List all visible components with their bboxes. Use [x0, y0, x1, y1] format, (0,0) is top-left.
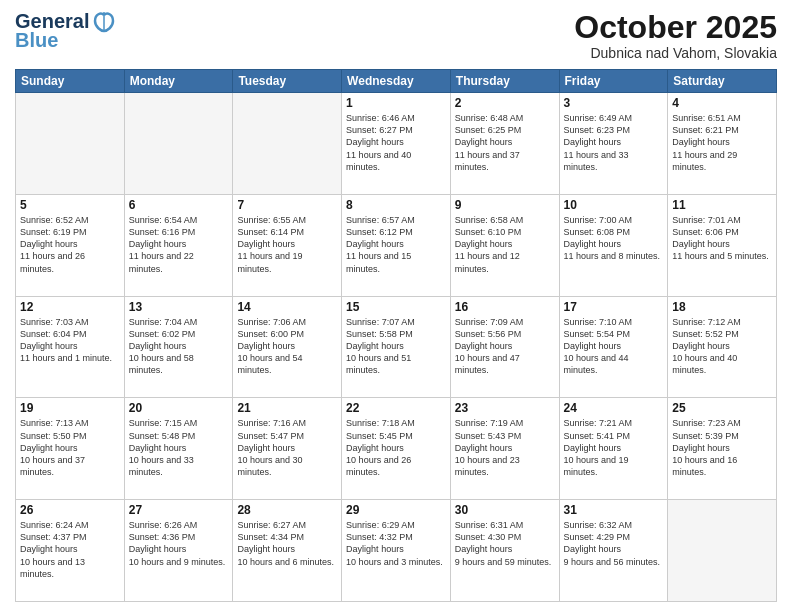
day-number: 9 — [455, 198, 555, 212]
title-block: October 2025 Dubnica nad Vahom, Slovakia — [574, 10, 777, 61]
day-number: 2 — [455, 96, 555, 110]
table-row: 6Sunrise: 6:54 AMSunset: 6:16 PMDaylight… — [124, 194, 233, 296]
calendar-week-0: 1Sunrise: 6:46 AMSunset: 6:27 PMDaylight… — [16, 93, 777, 195]
table-row: 19Sunrise: 7:13 AMSunset: 5:50 PMDayligh… — [16, 398, 125, 500]
day-number: 6 — [129, 198, 229, 212]
table-row: 21Sunrise: 7:16 AMSunset: 5:47 PMDayligh… — [233, 398, 342, 500]
cell-content: Sunrise: 7:00 AMSunset: 6:08 PMDaylight … — [564, 214, 664, 263]
day-number: 31 — [564, 503, 664, 517]
cell-content: Sunrise: 6:24 AMSunset: 4:37 PMDaylight … — [20, 519, 120, 580]
cell-content: Sunrise: 6:31 AMSunset: 4:30 PMDaylight … — [455, 519, 555, 568]
cell-content: Sunrise: 6:26 AMSunset: 4:36 PMDaylight … — [129, 519, 229, 568]
cell-content: Sunrise: 7:23 AMSunset: 5:39 PMDaylight … — [672, 417, 772, 478]
day-number: 12 — [20, 300, 120, 314]
table-row: 4Sunrise: 6:51 AMSunset: 6:21 PMDaylight… — [668, 93, 777, 195]
table-row: 14Sunrise: 7:06 AMSunset: 6:00 PMDayligh… — [233, 296, 342, 398]
day-number: 15 — [346, 300, 446, 314]
cell-content: Sunrise: 6:27 AMSunset: 4:34 PMDaylight … — [237, 519, 337, 568]
day-number: 10 — [564, 198, 664, 212]
cell-content: Sunrise: 6:54 AMSunset: 6:16 PMDaylight … — [129, 214, 229, 275]
cell-content: Sunrise: 7:06 AMSunset: 6:00 PMDaylight … — [237, 316, 337, 377]
cell-content: Sunrise: 7:13 AMSunset: 5:50 PMDaylight … — [20, 417, 120, 478]
calendar: Sunday Monday Tuesday Wednesday Thursday… — [15, 69, 777, 602]
calendar-week-2: 12Sunrise: 7:03 AMSunset: 6:04 PMDayligh… — [16, 296, 777, 398]
cell-content: Sunrise: 6:29 AMSunset: 4:32 PMDaylight … — [346, 519, 446, 568]
cell-content: Sunrise: 6:49 AMSunset: 6:23 PMDaylight … — [564, 112, 664, 173]
day-number: 26 — [20, 503, 120, 517]
cell-content: Sunrise: 7:01 AMSunset: 6:06 PMDaylight … — [672, 214, 772, 263]
day-number: 22 — [346, 401, 446, 415]
day-number: 23 — [455, 401, 555, 415]
table-row: 27Sunrise: 6:26 AMSunset: 4:36 PMDayligh… — [124, 500, 233, 602]
cell-content: Sunrise: 6:58 AMSunset: 6:10 PMDaylight … — [455, 214, 555, 275]
cell-content: Sunrise: 7:15 AMSunset: 5:48 PMDaylight … — [129, 417, 229, 478]
cell-content: Sunrise: 6:48 AMSunset: 6:25 PMDaylight … — [455, 112, 555, 173]
header-thursday: Thursday — [450, 70, 559, 93]
table-row: 2Sunrise: 6:48 AMSunset: 6:25 PMDaylight… — [450, 93, 559, 195]
table-row: 25Sunrise: 7:23 AMSunset: 5:39 PMDayligh… — [668, 398, 777, 500]
header: General Blue October 2025 Dubnica nad Va… — [15, 10, 777, 61]
table-row: 23Sunrise: 7:19 AMSunset: 5:43 PMDayligh… — [450, 398, 559, 500]
day-number: 24 — [564, 401, 664, 415]
day-number: 25 — [672, 401, 772, 415]
table-row: 18Sunrise: 7:12 AMSunset: 5:52 PMDayligh… — [668, 296, 777, 398]
cell-content: Sunrise: 6:55 AMSunset: 6:14 PMDaylight … — [237, 214, 337, 275]
table-row: 22Sunrise: 7:18 AMSunset: 5:45 PMDayligh… — [342, 398, 451, 500]
location: Dubnica nad Vahom, Slovakia — [574, 45, 777, 61]
table-row: 9Sunrise: 6:58 AMSunset: 6:10 PMDaylight… — [450, 194, 559, 296]
day-number: 11 — [672, 198, 772, 212]
table-row: 5Sunrise: 6:52 AMSunset: 6:19 PMDaylight… — [16, 194, 125, 296]
header-monday: Monday — [124, 70, 233, 93]
day-number: 19 — [20, 401, 120, 415]
table-row: 28Sunrise: 6:27 AMSunset: 4:34 PMDayligh… — [233, 500, 342, 602]
table-row — [233, 93, 342, 195]
table-row: 30Sunrise: 6:31 AMSunset: 4:30 PMDayligh… — [450, 500, 559, 602]
cell-content: Sunrise: 7:04 AMSunset: 6:02 PMDaylight … — [129, 316, 229, 377]
header-tuesday: Tuesday — [233, 70, 342, 93]
day-number: 13 — [129, 300, 229, 314]
table-row: 24Sunrise: 7:21 AMSunset: 5:41 PMDayligh… — [559, 398, 668, 500]
cell-content: Sunrise: 7:07 AMSunset: 5:58 PMDaylight … — [346, 316, 446, 377]
table-row: 15Sunrise: 7:07 AMSunset: 5:58 PMDayligh… — [342, 296, 451, 398]
logo: General Blue — [15, 10, 115, 52]
cell-content: Sunrise: 7:10 AMSunset: 5:54 PMDaylight … — [564, 316, 664, 377]
day-number: 30 — [455, 503, 555, 517]
table-row: 7Sunrise: 6:55 AMSunset: 6:14 PMDaylight… — [233, 194, 342, 296]
header-sunday: Sunday — [16, 70, 125, 93]
calendar-week-1: 5Sunrise: 6:52 AMSunset: 6:19 PMDaylight… — [16, 194, 777, 296]
table-row — [124, 93, 233, 195]
table-row: 13Sunrise: 7:04 AMSunset: 6:02 PMDayligh… — [124, 296, 233, 398]
cell-content: Sunrise: 7:09 AMSunset: 5:56 PMDaylight … — [455, 316, 555, 377]
page: General Blue October 2025 Dubnica nad Va… — [0, 0, 792, 612]
calendar-week-3: 19Sunrise: 7:13 AMSunset: 5:50 PMDayligh… — [16, 398, 777, 500]
table-row: 20Sunrise: 7:15 AMSunset: 5:48 PMDayligh… — [124, 398, 233, 500]
cell-content: Sunrise: 6:46 AMSunset: 6:27 PMDaylight … — [346, 112, 446, 173]
table-row: 3Sunrise: 6:49 AMSunset: 6:23 PMDaylight… — [559, 93, 668, 195]
day-number: 14 — [237, 300, 337, 314]
table-row: 12Sunrise: 7:03 AMSunset: 6:04 PMDayligh… — [16, 296, 125, 398]
cell-content: Sunrise: 7:12 AMSunset: 5:52 PMDaylight … — [672, 316, 772, 377]
table-row: 17Sunrise: 7:10 AMSunset: 5:54 PMDayligh… — [559, 296, 668, 398]
month-title: October 2025 — [574, 10, 777, 45]
cell-content: Sunrise: 7:18 AMSunset: 5:45 PMDaylight … — [346, 417, 446, 478]
header-friday: Friday — [559, 70, 668, 93]
day-number: 4 — [672, 96, 772, 110]
table-row: 26Sunrise: 6:24 AMSunset: 4:37 PMDayligh… — [16, 500, 125, 602]
table-row: 11Sunrise: 7:01 AMSunset: 6:06 PMDayligh… — [668, 194, 777, 296]
day-number: 8 — [346, 198, 446, 212]
calendar-header-row: Sunday Monday Tuesday Wednesday Thursday… — [16, 70, 777, 93]
day-number: 1 — [346, 96, 446, 110]
table-row: 1Sunrise: 6:46 AMSunset: 6:27 PMDaylight… — [342, 93, 451, 195]
table-row — [668, 500, 777, 602]
header-saturday: Saturday — [668, 70, 777, 93]
cell-content: Sunrise: 7:03 AMSunset: 6:04 PMDaylight … — [20, 316, 120, 365]
day-number: 20 — [129, 401, 229, 415]
day-number: 29 — [346, 503, 446, 517]
day-number: 27 — [129, 503, 229, 517]
table-row: 29Sunrise: 6:29 AMSunset: 4:32 PMDayligh… — [342, 500, 451, 602]
day-number: 16 — [455, 300, 555, 314]
table-row — [16, 93, 125, 195]
table-row: 8Sunrise: 6:57 AMSunset: 6:12 PMDaylight… — [342, 194, 451, 296]
cell-content: Sunrise: 6:51 AMSunset: 6:21 PMDaylight … — [672, 112, 772, 173]
cell-content: Sunrise: 7:16 AMSunset: 5:47 PMDaylight … — [237, 417, 337, 478]
